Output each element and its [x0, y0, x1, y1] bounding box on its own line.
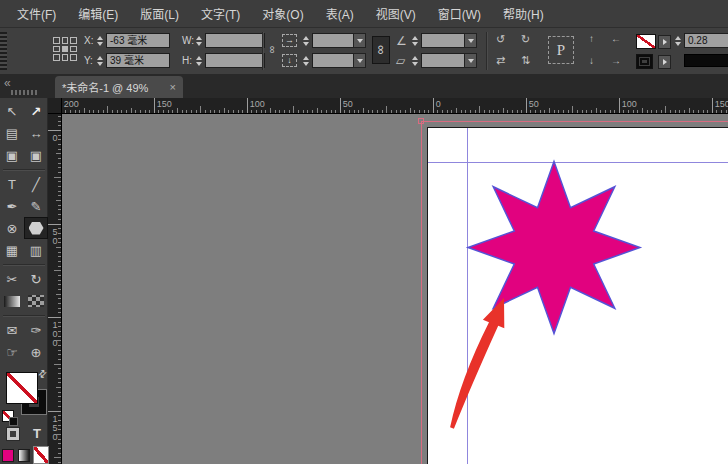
- formatting-affects-container-button[interactable]: [7, 428, 19, 440]
- reference-point-proxy[interactable]: [53, 37, 77, 61]
- divider: [262, 32, 263, 70]
- flip-vertical-button[interactable]: ⇅: [521, 53, 530, 67]
- constrain-wh-icon[interactable]: ∞: [266, 46, 280, 54]
- fill-flyout-button[interactable]: [658, 35, 671, 49]
- type-tool[interactable]: T: [0, 173, 24, 195]
- shear-field[interactable]: [421, 53, 465, 68]
- rotate-cw-button[interactable]: ↻: [521, 32, 530, 46]
- menu-help[interactable]: 帮助(H): [492, 0, 555, 27]
- stroke-type-dropdown[interactable]: [684, 54, 728, 67]
- gap-tool[interactable]: ↔: [24, 122, 48, 144]
- h-stepper[interactable]: [194, 53, 203, 68]
- scale-x-field[interactable]: [312, 33, 354, 48]
- formatting-affects-text-button[interactable]: T: [33, 427, 41, 441]
- default-fill-stroke-icon[interactable]: [2, 410, 14, 422]
- panel-grip[interactable]: [0, 32, 7, 70]
- fill-proxy-swatch[interactable]: [6, 372, 38, 404]
- note-tool[interactable]: ✉: [0, 319, 24, 341]
- selection-tool[interactable]: ↖: [0, 100, 24, 122]
- select-content-button[interactable]: ↑: [589, 32, 594, 46]
- stroke-swatch[interactable]: [636, 54, 653, 69]
- menu-layout[interactable]: 版面(L): [129, 0, 190, 27]
- vertical-ruler[interactable]: 050100150: [48, 114, 62, 464]
- free-transform-tool[interactable]: ↻: [24, 268, 48, 290]
- eyedropper-tool[interactable]: ✑: [24, 319, 48, 341]
- pencil-tool[interactable]: ✎: [24, 195, 48, 217]
- select-next-object-button[interactable]: →: [611, 54, 621, 68]
- polygon-tool[interactable]: [24, 217, 48, 239]
- horizontal-grid-tool[interactable]: ▦: [0, 239, 24, 261]
- scale-y-dropdown[interactable]: [353, 53, 366, 68]
- collapse-panels-icon[interactable]: «: [4, 76, 11, 90]
- horizontal-ruler[interactable]: 20015010050050100150: [62, 98, 728, 114]
- rotation-dropdown[interactable]: [464, 33, 477, 48]
- menu-table[interactable]: 表(A): [315, 0, 365, 27]
- control-panel: X: -63 毫米 Y: 39 毫米 W: H: ∞ → ↓ ∞ ∠ ▱ ↺ ↻: [0, 28, 728, 75]
- fill-swatch-none[interactable]: [636, 34, 656, 49]
- scale-y-field[interactable]: [312, 53, 354, 68]
- stroke-flyout-button[interactable]: [658, 55, 671, 69]
- y-field[interactable]: 39 毫米: [106, 53, 170, 68]
- x-field[interactable]: -63 毫米: [106, 33, 170, 48]
- page-tool[interactable]: ▤: [0, 122, 24, 144]
- scale-y-icon: ↓: [282, 54, 297, 67]
- content-placer-tool[interactable]: ▣: [24, 144, 48, 166]
- apply-gradient-button[interactable]: [18, 449, 30, 462]
- line-tool[interactable]: ╱: [24, 173, 48, 195]
- menu-window[interactable]: 窗口(W): [427, 0, 492, 27]
- document-tab-title: *未命名-1 @ 49%: [62, 79, 148, 95]
- divider: [486, 32, 487, 70]
- select-previous-object-button[interactable]: ←: [611, 32, 621, 46]
- document-tab[interactable]: *未命名-1 @ 49% ×: [55, 76, 183, 98]
- apply-none-button[interactable]: [34, 447, 48, 463]
- stroke-weight-field[interactable]: 0.28: [684, 33, 728, 48]
- gradient-swatch-tool[interactable]: [0, 290, 24, 312]
- gradient-feather-tool[interactable]: [24, 290, 48, 312]
- menu-edit[interactable]: 编辑(E): [67, 0, 129, 27]
- rotate-ccw-button[interactable]: ↺: [496, 32, 505, 46]
- shear-angle-icon: ▱: [396, 54, 405, 68]
- formatting-row: T: [0, 425, 48, 443]
- direct-selection-tool[interactable]: ↗: [24, 100, 48, 122]
- shear-dropdown[interactable]: [464, 53, 477, 68]
- document-tab-bar: « *未命名-1 @ 49% ×: [0, 74, 728, 98]
- w-stepper[interactable]: [194, 33, 203, 48]
- scale-x-dropdown[interactable]: [353, 33, 366, 48]
- apply-color-button[interactable]: [2, 449, 14, 462]
- scale-y-stepper[interactable]: [301, 53, 310, 68]
- menu-object[interactable]: 对象(O): [251, 0, 314, 27]
- h-field[interactable]: [205, 53, 265, 68]
- hruler-label: 100: [622, 99, 637, 109]
- menu-type[interactable]: 文字(T): [190, 0, 251, 27]
- vertical-grid-tool[interactable]: ▥: [24, 239, 48, 261]
- x-stepper[interactable]: [95, 33, 104, 48]
- y-stepper[interactable]: [95, 53, 104, 68]
- select-container-button[interactable]: P: [548, 36, 574, 64]
- x-label: X:: [84, 33, 93, 48]
- ruler-corner[interactable]: [48, 98, 62, 114]
- document-canvas[interactable]: [62, 114, 728, 464]
- zoom-tool[interactable]: ⊕: [24, 341, 48, 363]
- toolbar-grip[interactable]: [11, 90, 37, 95]
- ellipse-frame-tool[interactable]: ⊗: [0, 217, 24, 239]
- stroke-weight-stepper[interactable]: [673, 33, 682, 48]
- shear-stepper[interactable]: [410, 53, 419, 68]
- tab-close-icon[interactable]: ×: [170, 82, 176, 93]
- menu-file[interactable]: 文件(F): [6, 0, 67, 27]
- rotation-field[interactable]: [421, 33, 465, 48]
- content-collector-tool[interactable]: ▣: [0, 144, 24, 166]
- flip-horizontal-button[interactable]: ⇄: [496, 53, 505, 67]
- menu-view[interactable]: 视图(V): [365, 0, 427, 27]
- scissors-tool[interactable]: ✂: [0, 268, 24, 290]
- pen-tool[interactable]: ✒: [0, 195, 24, 217]
- toolbar-separator: [0, 312, 48, 319]
- star-shape[interactable]: [468, 162, 640, 334]
- hand-tool[interactable]: ☞: [0, 341, 24, 363]
- rotation-angle-icon: ∠: [396, 34, 407, 48]
- constrain-scale-button[interactable]: ∞: [372, 36, 390, 64]
- scale-x-stepper[interactable]: [301, 33, 310, 48]
- apply-row: [2, 447, 48, 463]
- select-prev-in-button[interactable]: ↓: [589, 54, 594, 68]
- w-field[interactable]: [205, 33, 265, 48]
- rotation-stepper[interactable]: [410, 33, 419, 48]
